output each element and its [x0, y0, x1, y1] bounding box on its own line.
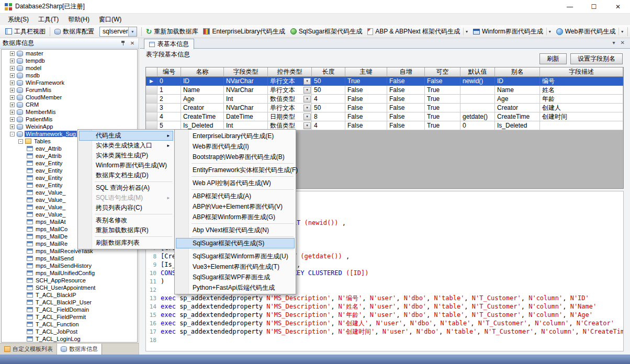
grid-cell[interactable]: 创建人	[540, 104, 623, 112]
grid-cell[interactable]: 8	[312, 112, 345, 121]
grid-column-header[interactable]: 默认值	[460, 67, 495, 77]
grid-cell[interactable]: Is_Deleted	[495, 121, 540, 130]
expander-collapsed-icon[interactable]: +	[10, 59, 15, 63]
submenu-item[interactable]: Abp VNext框架代码生成(N)	[176, 225, 295, 235]
menu-bar-item[interactable]: 系统(S)	[3, 14, 33, 25]
grid-column-header[interactable]: 别名	[495, 67, 540, 77]
tree-item[interactable]: +tempdb	[2, 57, 137, 64]
context-menu-item[interactable]: SQL 查询分析器(A)	[79, 183, 173, 193]
tree-item[interactable]: SCH_AppResource	[2, 277, 137, 284]
context-menu-item[interactable]: 数据库文档生成(D)	[79, 170, 173, 180]
submenu-item[interactable]: ABP框架代码生成(A)	[176, 191, 295, 201]
grid-cell[interactable]: True	[425, 86, 460, 95]
grid-cell[interactable]: False	[425, 77, 460, 86]
grid-column-header[interactable]: 字段类型	[224, 67, 268, 77]
grid-cell[interactable]: NVarChar	[224, 86, 268, 95]
context-menu-item[interactable]: Winform界面代码生成(W)	[79, 161, 173, 170]
toolbar-button-refresh[interactable]: ↻重新加载数据库	[143, 26, 201, 37]
grid-cell[interactable]: 编号	[540, 77, 623, 86]
grid-column-header[interactable]: 主键	[345, 67, 387, 77]
grid-cell[interactable]: 单行文本▾	[268, 104, 312, 112]
grid-cell[interactable]: 4	[158, 112, 181, 121]
submenu-item[interactable]: ABP框架Winform界面生成(G)	[176, 212, 295, 222]
context-menu-item[interactable]: 代码生成▸	[79, 131, 173, 141]
database-type-select[interactable]: sqlserver▾	[99, 27, 137, 37]
submenu-item[interactable]: Web API控制器代码生成(W)	[176, 178, 295, 188]
toolbar-button-toolbar-view[interactable]: 工具栏视图	[3, 26, 48, 37]
grid-cell[interactable]: ID	[181, 77, 224, 86]
menu-bar-item[interactable]: 工具(T)	[33, 14, 63, 25]
control-type-dropdown[interactable]: ▾	[303, 105, 311, 111]
grid-cell[interactable]: True	[425, 121, 460, 130]
row-selector-cell[interactable]	[146, 112, 158, 121]
toolbar-button-winform[interactable]: Winform界面代码生成▾	[470, 26, 554, 37]
grid-cell[interactable]: ID	[495, 77, 540, 86]
tree-item[interactable]: +master	[2, 50, 137, 57]
tree-item[interactable]: +MemberMis	[2, 108, 137, 116]
expander-expanded-icon[interactable]: -	[10, 132, 15, 136]
grid-cell[interactable]: Age	[181, 95, 224, 104]
grid-cell[interactable]: CreateTime	[495, 112, 540, 121]
menu-bar-item[interactable]: 窗口(W)	[94, 14, 126, 25]
grid-cell[interactable]: False	[345, 95, 387, 104]
grid-cell[interactable]: 50	[312, 104, 345, 112]
grid-column-header[interactable]: 编号	[158, 67, 181, 77]
grid-cell[interactable]: Creator	[181, 104, 224, 112]
expander-collapsed-icon[interactable]: +	[10, 66, 15, 71]
row-selector-cell[interactable]	[146, 86, 158, 95]
control-type-dropdown[interactable]: ▾	[303, 113, 311, 120]
grid-cell[interactable]: NVarChar	[224, 77, 268, 86]
grid-cell[interactable]: Creator	[495, 104, 540, 112]
grid-column-header[interactable]: 字段描述	[540, 67, 623, 77]
submenu-item[interactable]: Python+FastApi后端代码生成	[176, 282, 295, 293]
row-selector-cell[interactable]: ▶	[146, 77, 158, 86]
expander-collapsed-icon[interactable]: +	[10, 95, 15, 100]
chevron-down-icon[interactable]: ▾	[618, 28, 623, 35]
toolbar-button-database-config[interactable]: 数据库配置	[52, 26, 97, 37]
submenu-item[interactable]: SqlSugar框架代码生成(S)	[176, 238, 295, 248]
grid-cell[interactable]: 年龄	[540, 95, 623, 104]
grid-cell[interactable]: 创建时间	[540, 112, 623, 121]
expander-collapsed-icon[interactable]: +	[10, 81, 15, 85]
close-icon[interactable]: ✕	[129, 40, 136, 47]
grid-cell[interactable]: NVarChar	[224, 104, 268, 112]
expander-collapsed-icon[interactable]: +	[10, 124, 15, 129]
context-menu-item[interactable]: 实体类生成快速入口▸	[79, 141, 173, 151]
tree-item[interactable]: T_ACL_FieldDomain	[2, 306, 137, 313]
grid-column-header[interactable]: 控件类型	[268, 67, 312, 77]
grid-cell[interactable]: 数值类型▾	[268, 95, 312, 104]
grid-cell[interactable]: False	[387, 86, 425, 95]
close-icon[interactable]: ✕	[621, 40, 625, 46]
submenu-item[interactable]: Bootstrap的Web界面代码生成(B)	[176, 152, 295, 162]
control-type-dropdown[interactable]: ▾	[303, 87, 311, 94]
grid-cell[interactable]: 3	[158, 104, 181, 112]
expander-collapsed-icon[interactable]: +	[10, 88, 15, 93]
tab-table-basic-info[interactable]: 表基本信息	[144, 39, 194, 49]
tree-item[interactable]: T_ACL_JobPost	[2, 328, 137, 335]
grid-cell[interactable]: 50	[312, 86, 345, 95]
grid-cell[interactable]: True	[425, 95, 460, 104]
context-menu-item[interactable]: 刷新数据库列表	[79, 238, 173, 248]
grid-cell[interactable]: False	[387, 77, 425, 86]
grid-column-header[interactable]: 自增	[387, 67, 425, 77]
grid-cell[interactable]: newid()	[460, 77, 495, 86]
grid-cell[interactable]: DateTime	[224, 112, 268, 121]
set-field-alias-button[interactable]: 设置字段别名	[570, 53, 623, 64]
expander-collapsed-icon[interactable]: +	[10, 73, 15, 78]
control-type-dropdown[interactable]: ▾	[303, 78, 311, 85]
grid-cell[interactable]: False	[345, 86, 387, 95]
tree-item[interactable]: mps_MailUnifiedConfig	[2, 269, 137, 277]
tree-item[interactable]: T_ACL_FieldPermit	[2, 313, 137, 321]
submenu-item[interactable]: EnterpriseLibrary代码生成(E)	[176, 131, 295, 141]
grid-cell[interactable]: False	[387, 95, 425, 104]
tree-item[interactable]: +msdb	[2, 72, 137, 79]
grid-cell[interactable]: 4	[312, 121, 345, 130]
tree-item[interactable]: +PatientMis	[2, 116, 137, 123]
expander-collapsed-icon[interactable]: +	[10, 51, 15, 56]
grid-column-header[interactable]: 长度	[312, 67, 345, 77]
tree-item[interactable]: T_ACL_BlackIP	[2, 291, 137, 299]
grid-cell[interactable]: False	[387, 112, 425, 121]
tree-item[interactable]: SCH_UserAppointment	[2, 284, 137, 291]
menu-bar-item[interactable]: 帮助(H)	[63, 14, 94, 25]
context-menu-item[interactable]: 表别名修改	[79, 215, 173, 225]
